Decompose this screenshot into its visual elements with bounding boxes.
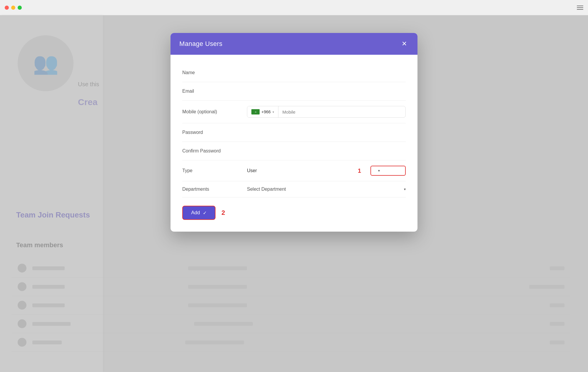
minimize-button[interactable] [11,6,15,10]
annotation-2: 2 [221,209,225,217]
name-field [247,69,406,77]
close-button[interactable] [5,6,9,10]
modal-title: Manage Users [179,40,223,48]
type-value: User [247,168,257,173]
mobile-input-wrapper: +966 ▾ [247,106,406,118]
type-row: Type User 1 ▾ [182,160,406,181]
departments-row: Departments Select Department ▾ [182,181,406,197]
add-button-label: Add [191,210,200,216]
add-button[interactable]: Add ✓ [182,206,216,220]
modal-backdrop: Manage Users ✕ Name Email Mobile (opt [0,15,588,372]
check-icon: ✓ [203,210,207,216]
departments-placeholder: Select Department [247,187,286,192]
type-dropdown[interactable]: ▾ [370,166,406,176]
menu-icon[interactable] [577,6,583,10]
phone-chevron-icon: ▾ [273,110,274,114]
name-input[interactable] [247,69,406,77]
name-row: Name [182,64,406,82]
password-row: Password [182,123,406,142]
button-area: Add ✓ 2 [182,197,406,220]
saudi-flag-icon [251,109,260,114]
confirm-password-input[interactable] [247,147,406,155]
departments-chevron-icon: ▾ [404,187,406,191]
maximize-button[interactable] [18,6,22,10]
confirm-password-label: Confirm Password [182,148,241,154]
type-dropdown-chevron-icon: ▾ [378,169,380,173]
password-field [247,129,406,136]
departments-label: Departments [182,187,241,192]
annotation-1: 1 [358,167,361,174]
modal-close-button[interactable]: ✕ [400,39,409,48]
mobile-label: Mobile (optional) [182,109,241,114]
modal-header: Manage Users ✕ [171,33,417,55]
country-code-selector[interactable]: +966 ▾ [247,106,278,117]
type-label: Type [182,168,241,173]
mobile-input[interactable] [278,107,405,117]
mobile-row: Mobile (optional) +966 ▾ [182,101,406,123]
confirm-password-row: Confirm Password [182,142,406,160]
email-input[interactable] [247,87,406,95]
phone-code: +966 [261,109,271,114]
password-label: Password [182,130,241,135]
email-field [247,87,406,95]
departments-dropdown[interactable]: Select Department ▾ [247,187,406,192]
manage-users-modal: Manage Users ✕ Name Email Mobile (opt [171,33,417,232]
name-label: Name [182,70,241,75]
traffic-lights [5,6,22,10]
password-input[interactable] [247,129,406,136]
mobile-field: +966 ▾ [247,106,406,118]
confirm-password-field [247,147,406,155]
titlebar [0,0,588,15]
email-label: Email [182,89,241,94]
modal-body: Name Email Mobile (optional) [171,55,417,232]
email-row: Email [182,82,406,101]
